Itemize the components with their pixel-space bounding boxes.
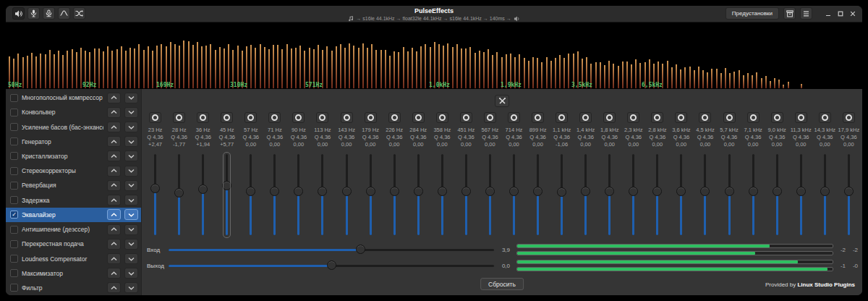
slider-handle[interactable] bbox=[390, 187, 399, 196]
effect-checkbox[interactable] bbox=[10, 240, 18, 248]
effect-checkbox[interactable] bbox=[10, 109, 18, 116]
band-settings-button[interactable] bbox=[843, 112, 855, 123]
main-menu-button[interactable] bbox=[800, 7, 812, 20]
sidebar-item-row[interactable]: Антишипение (деэссер) bbox=[6, 222, 141, 237]
band-settings-button[interactable] bbox=[603, 112, 616, 123]
slider-handle[interactable] bbox=[342, 187, 352, 196]
band-settings-button[interactable] bbox=[484, 112, 496, 123]
band-gain-slider[interactable] bbox=[580, 154, 591, 245]
sidebar-item-row[interactable]: Усиление басов (бас-энхансер) bbox=[6, 119, 141, 134]
slider-handle[interactable] bbox=[581, 187, 590, 196]
slider-handle[interactable] bbox=[318, 187, 327, 196]
band-gain-slider[interactable] bbox=[293, 154, 304, 245]
sidebar-item-row[interactable]: ✓Эквалайзер bbox=[6, 208, 141, 222]
effect-checkbox[interactable] bbox=[10, 269, 18, 277]
slider-handle[interactable] bbox=[749, 187, 758, 196]
slider-handle[interactable] bbox=[700, 187, 710, 196]
band-settings-button[interactable] bbox=[675, 112, 687, 123]
band-settings-button[interactable] bbox=[244, 112, 257, 123]
sidebar-item-row[interactable]: Loudness Compensator bbox=[6, 251, 141, 266]
slider-handle[interactable] bbox=[533, 187, 542, 196]
band-gain-slider[interactable] bbox=[509, 154, 519, 245]
slider-handle[interactable] bbox=[844, 187, 854, 196]
band-gain-slider[interactable] bbox=[389, 154, 400, 245]
move-up-button[interactable] bbox=[107, 166, 121, 177]
band-settings-button[interactable] bbox=[651, 112, 663, 123]
band-gain-slider[interactable] bbox=[843, 154, 854, 245]
sidebar-item-row[interactable]: Стереокорректоры bbox=[6, 164, 141, 178]
band-gain-slider[interactable] bbox=[221, 154, 232, 245]
band-gain-slider[interactable] bbox=[245, 154, 256, 245]
band-gain-slider[interactable] bbox=[699, 154, 710, 245]
input-gain-slider[interactable] bbox=[169, 245, 494, 255]
slider-handle[interactable] bbox=[174, 188, 184, 198]
move-down-button[interactable] bbox=[124, 93, 138, 103]
move-up-button[interactable] bbox=[107, 224, 121, 235]
sidebar-item-row[interactable]: Генератор bbox=[6, 135, 141, 149]
band-settings-button[interactable] bbox=[412, 112, 425, 123]
move-up-button[interactable] bbox=[107, 122, 121, 132]
slider-handle[interactable] bbox=[485, 187, 495, 196]
band-gain-slider[interactable] bbox=[365, 154, 376, 245]
band-gain-slider[interactable] bbox=[461, 154, 472, 245]
move-up-button[interactable] bbox=[107, 253, 121, 264]
band-settings-button[interactable] bbox=[556, 112, 568, 123]
sidebar-item-row[interactable]: Задержка bbox=[6, 193, 141, 208]
maximize-button[interactable] bbox=[836, 7, 844, 20]
move-up-button[interactable] bbox=[107, 282, 121, 293]
effect-checkbox[interactable] bbox=[10, 94, 18, 102]
band-gain-slider[interactable] bbox=[150, 154, 161, 245]
slider-handle[interactable] bbox=[629, 187, 638, 196]
band-settings-button[interactable] bbox=[723, 112, 736, 123]
slider-handle[interactable] bbox=[366, 187, 375, 196]
band-settings-button[interactable] bbox=[149, 112, 161, 123]
slider-handle[interactable] bbox=[198, 185, 208, 194]
sidebar-item-row[interactable]: Фильтр bbox=[6, 281, 141, 295]
band-settings-button[interactable] bbox=[436, 112, 448, 123]
move-up-button[interactable] bbox=[107, 239, 121, 250]
effect-checkbox[interactable] bbox=[10, 284, 18, 292]
band-settings-button[interactable] bbox=[699, 112, 711, 123]
move-down-button[interactable] bbox=[124, 180, 138, 191]
effect-checkbox[interactable] bbox=[10, 152, 18, 160]
band-settings-button[interactable] bbox=[341, 112, 353, 123]
move-up-button[interactable] bbox=[107, 136, 121, 147]
move-down-button[interactable] bbox=[124, 122, 138, 132]
band-settings-button[interactable] bbox=[532, 112, 544, 123]
effect-checkbox[interactable] bbox=[10, 196, 18, 204]
move-up-button[interactable] bbox=[107, 268, 121, 279]
slider-handle[interactable] bbox=[356, 245, 365, 254]
effect-checkbox[interactable] bbox=[10, 123, 18, 131]
band-gain-slider[interactable] bbox=[269, 154, 280, 245]
slider-handle[interactable] bbox=[438, 187, 447, 196]
slider-handle[interactable] bbox=[676, 187, 686, 196]
move-up-button[interactable] bbox=[107, 150, 121, 161]
band-gain-slider[interactable] bbox=[532, 154, 543, 245]
band-gain-slider[interactable] bbox=[556, 154, 567, 245]
sidebar-item-row[interactable]: Конвольвер bbox=[6, 105, 141, 119]
move-up-button[interactable] bbox=[107, 180, 121, 191]
slider-handle[interactable] bbox=[652, 187, 662, 196]
move-down-button[interactable] bbox=[124, 166, 138, 177]
band-settings-button[interactable] bbox=[771, 112, 783, 123]
band-gain-slider[interactable] bbox=[628, 154, 639, 245]
slider-handle[interactable] bbox=[414, 187, 423, 196]
band-gain-slider[interactable] bbox=[796, 154, 807, 245]
move-up-button[interactable] bbox=[107, 93, 121, 103]
move-down-button[interactable] bbox=[124, 150, 138, 161]
sidebar-item-row[interactable]: Многополосный компрессор bbox=[6, 90, 141, 105]
slider-handle[interactable] bbox=[725, 187, 734, 196]
slider-handle[interactable] bbox=[270, 187, 279, 196]
band-gain-slider[interactable] bbox=[197, 154, 208, 245]
reset-button[interactable]: Сбросить bbox=[480, 278, 524, 290]
band-settings-button[interactable] bbox=[292, 112, 305, 123]
band-gain-slider[interactable] bbox=[485, 154, 495, 245]
move-down-button[interactable] bbox=[124, 224, 138, 235]
move-down-button[interactable] bbox=[124, 239, 138, 250]
equalizer-settings-button[interactable] bbox=[495, 95, 509, 107]
slider-handle[interactable] bbox=[557, 187, 566, 197]
band-settings-button[interactable] bbox=[819, 112, 831, 123]
slider-handle[interactable] bbox=[150, 184, 160, 193]
slider-handle[interactable] bbox=[327, 260, 336, 270]
band-settings-button[interactable] bbox=[221, 112, 233, 123]
